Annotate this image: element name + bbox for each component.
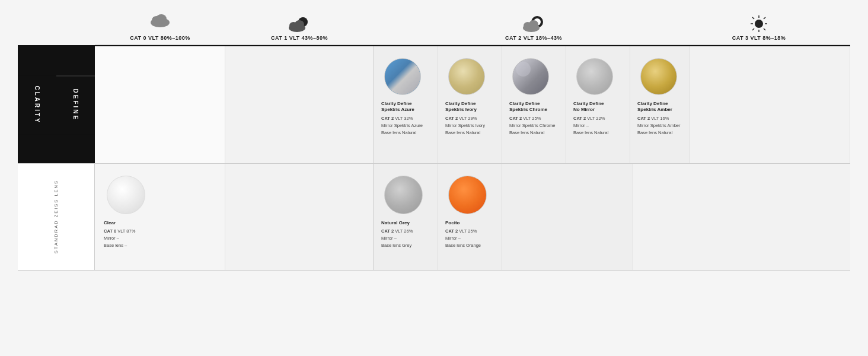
clarity-label: CLARITY — [18, 75, 56, 134]
amber-circle — [640, 58, 677, 95]
azure-vlt: VLT 32% — [395, 116, 413, 121]
clarity-section-label: CLARITY DEFINE — [18, 46, 95, 163]
amber-name: Clarity Define Spektris Amber — [637, 101, 682, 113]
category-col-0: CAT 0 VLT 80%–100% — [95, 12, 225, 41]
category-col-1: CAT 1 VLT 43%–80% — [225, 15, 374, 41]
svg-line-18 — [764, 28, 765, 30]
chrome-cat: CAT 2 — [509, 116, 522, 121]
cat0-define-empty — [95, 46, 225, 163]
cat2-standard-group: Natural Grey CAT 2 VLT 26% Mirror – Base… — [374, 164, 633, 270]
ivory-circle — [448, 58, 485, 95]
standard-zeiss-content: Clear CAT 0 VLT 87% Mirror – Base lens –… — [95, 164, 850, 270]
cat1-define-empty — [225, 46, 374, 163]
amber-cat: CAT 2 — [637, 116, 650, 121]
cat1-label: CAT 1 VLT 43%–80% — [271, 35, 328, 41]
clear-base: Base lens – — [104, 243, 127, 248]
clear-cat: CAT 0 — [104, 228, 116, 234]
ivory-detail: CAT 2 VLT 29% Mirror Spektris Ivory Base… — [445, 115, 494, 136]
pocito-circle — [448, 176, 487, 214]
svg-point-6 — [295, 20, 304, 28]
category-col-2: CAT 2 VLT 18%–43% — [374, 15, 694, 41]
amber-mirror: Mirror Spektris Amber — [637, 123, 681, 128]
cat2-standard-fill — [502, 164, 633, 270]
azure-detail: CAT 2 VLT 32% Mirror Spektris Azure Base… — [381, 115, 430, 136]
natural-grey-detail: CAT 2 VLT 26% Mirror – Base lens Grey — [381, 228, 430, 249]
natural-grey-base: Base lens Grey — [381, 243, 411, 248]
ivory-mirror: Mirror Spektris Ivory — [445, 123, 485, 128]
azure-circle — [384, 58, 421, 95]
cat1-standard-empty — [225, 164, 374, 270]
cat3-label: CAT 3 VLT 8%–18% — [732, 35, 786, 41]
svg-line-19 — [764, 17, 765, 19]
nomirror-base: Base lens Natural — [573, 130, 608, 135]
clear-vlt: VLT 87% — [117, 228, 135, 234]
amber-vlt: VLT 16% — [651, 116, 669, 121]
lens-azure: Clarity Define Spektris Azure CAT 2 VLT … — [374, 46, 438, 163]
natural-grey-name: Natural Grey — [381, 220, 430, 226]
azure-base: Base lens Natural — [381, 130, 416, 135]
azure-cat: CAT 2 — [381, 116, 394, 121]
natural-grey-vlt: VLT 26% — [395, 228, 413, 234]
azure-mirror: Mirror Spektris Azure — [381, 123, 423, 128]
category-col-3: CAT 3 VLT 8%–18% — [694, 15, 824, 41]
header-row: CAT 0 VLT 80%–100% CAT 1 VLT 43%–80% — [95, 12, 850, 45]
cat3-define-empty — [690, 46, 850, 163]
nomirror-mirror: Mirror – — [573, 123, 589, 128]
ivory-cat: CAT 2 — [445, 116, 458, 121]
nomirror-circle — [576, 58, 613, 95]
azure-name: Clarity Define Spektris Azure — [381, 101, 430, 113]
pocito-cat: CAT 2 — [445, 228, 458, 234]
ivory-base: Base lens Natural — [445, 130, 480, 135]
clarity-define-content: Clarity Define Spektris Azure CAT 2 VLT … — [95, 46, 850, 163]
natural-grey-circle — [384, 176, 423, 214]
natural-grey-mirror: Mirror – — [381, 236, 397, 241]
chrome-circle — [512, 58, 549, 95]
cat3-standard-empty — [633, 164, 850, 270]
standard-zeiss-section: STANDRAD ZEISS LENS Clear CAT 0 VLT 87% … — [18, 164, 850, 271]
mostly-sunny-icon — [521, 15, 547, 35]
svg-point-12 — [755, 20, 763, 28]
cat0-label: CAT 0 VLT 80%–100% — [130, 35, 190, 41]
natural-grey-cat: CAT 2 — [381, 228, 394, 234]
lens-natural-grey: Natural Grey CAT 2 VLT 26% Mirror – Base… — [374, 164, 438, 270]
main-content: CLARITY DEFINE Clarity Define Spektris A… — [18, 45, 850, 271]
lens-ivory: Clarity Define Spektris Ivory CAT 2 VLT … — [438, 46, 502, 163]
clear-mirror: Mirror – — [104, 236, 119, 241]
pocito-detail: CAT 2 VLT 25% Mirror – Base lens Orange — [445, 228, 494, 249]
ivory-name: Clarity Define Spektris Ivory — [445, 101, 494, 113]
clarity-define-section: CLARITY DEFINE Clarity Define Spektris A… — [18, 45, 850, 164]
pocito-vlt: VLT 25% — [459, 228, 477, 234]
nomirror-vlt: VLT 22% — [587, 116, 605, 121]
nomirror-cat: CAT 2 — [573, 116, 586, 121]
nomirror-detail: CAT 2 VLT 22% Mirror – Base lens Natural — [573, 115, 623, 136]
svg-line-20 — [752, 28, 754, 30]
standard-section-label-wrapper: STANDRAD ZEISS LENS — [18, 164, 95, 270]
clear-circle — [107, 176, 145, 214]
cat2-define-group: Clarity Define Spektris Azure CAT 2 VLT … — [374, 46, 690, 163]
sun-icon — [750, 15, 768, 35]
nomirror-name: Clarity Define No Mirror — [573, 101, 623, 113]
ivory-vlt: VLT 29% — [459, 116, 477, 121]
chrome-base: Base lens Natural — [509, 130, 544, 135]
lens-nomirror: Clarity Define No Mirror CAT 2 VLT 22% M… — [566, 46, 630, 163]
pocito-mirror: Mirror – — [445, 236, 461, 241]
svg-point-2 — [156, 14, 167, 24]
lens-clear: Clear CAT 0 VLT 87% Mirror – Base lens – — [95, 164, 225, 270]
chrome-detail: CAT 2 VLT 25% Mirror Spektris Chrome Bas… — [509, 115, 559, 136]
chrome-mirror: Mirror Spektris Chrome — [509, 123, 556, 128]
clear-detail: CAT 0 VLT 87% Mirror – Base lens – — [104, 228, 216, 249]
lens-pocito: Pocito CAT 2 VLT 25% Mirror – Base lens … — [438, 164, 502, 270]
chrome-vlt: VLT 25% — [523, 116, 541, 121]
lens-chrome: Clarity Define Spektris Chrome CAT 2 VLT… — [502, 46, 566, 163]
amber-base: Base lens Natural — [637, 130, 672, 135]
define-label: DEFINE — [56, 75, 95, 134]
page-wrapper: CAT 0 VLT 80%–100% CAT 1 VLT 43%–80% — [0, 0, 868, 282]
svg-line-17 — [752, 17, 754, 19]
cloud-icon — [148, 12, 172, 33]
pocito-name: Pocito — [445, 220, 494, 226]
clear-name: Clear — [104, 220, 216, 226]
cat2-label: CAT 2 VLT 18%–43% — [505, 35, 562, 41]
standard-label: STANDRAD ZEISS LENS — [53, 180, 59, 253]
partly-cloudy-icon — [286, 15, 312, 35]
pocito-base: Base lens Orange — [445, 243, 481, 248]
